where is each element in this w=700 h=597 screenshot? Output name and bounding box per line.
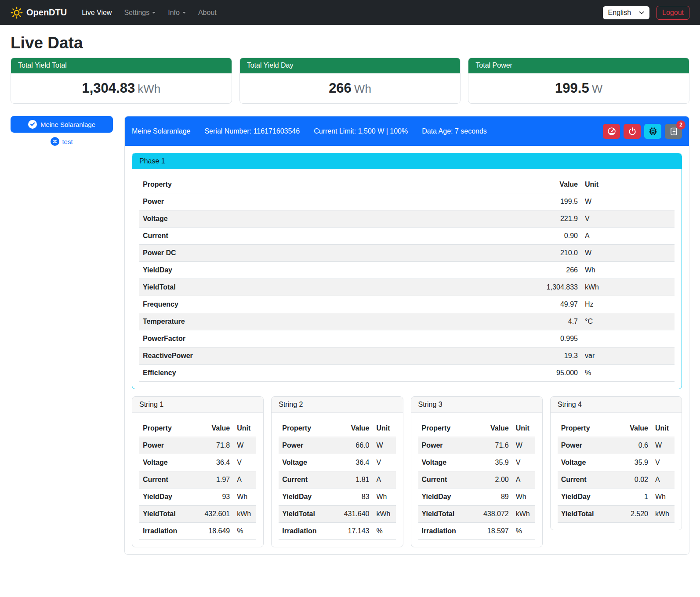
table-row: Power 71.6 W [418, 437, 535, 454]
table-row: Temperature 4.7 °C [139, 313, 675, 330]
inverter-sidebar: Meine Solaranlage test [11, 116, 113, 146]
page-title: Live Data [11, 34, 689, 52]
language-select[interactable]: English [603, 6, 649, 19]
value-cell: 1.97 [198, 471, 233, 488]
string-3-title: String 3 [411, 397, 542, 413]
value-cell: 66.0 [338, 437, 373, 454]
card-value-area: 1,304.83kWh [11, 73, 232, 103]
language-select-value: English [608, 9, 631, 17]
column-property: Property [279, 420, 337, 437]
property-cell: Current [139, 471, 198, 488]
unit-cell: A [233, 471, 256, 488]
property-cell: Temperature [139, 313, 529, 330]
property-cell: YieldDay [418, 488, 477, 506]
value-cell: 17.143 [338, 523, 373, 540]
value-cell: 1.81 [338, 471, 373, 488]
hidden-inverter-toggle[interactable]: test [11, 137, 113, 146]
table-row: YieldTotal 431.640 kWh [279, 506, 395, 523]
logout-button[interactable]: Logout [656, 6, 689, 20]
unit-cell: % [512, 523, 535, 540]
unit-cell: Wh [581, 262, 675, 279]
value-cell: 210.0 [529, 245, 581, 262]
unit-cell: A [512, 471, 535, 488]
column-property: Property [139, 176, 529, 193]
value-cell: 4.7 [529, 313, 581, 330]
unit-cell: kWh [233, 506, 256, 523]
unit-cell: kWh [512, 506, 535, 523]
nav-links: Live View Settings Info About [76, 5, 222, 20]
total-yield-day-unit: Wh [354, 82, 371, 95]
unit-cell: % [581, 365, 675, 382]
unit-cell: A [652, 471, 675, 488]
property-cell: Power [279, 437, 337, 454]
top-navbar: OpenDTU Live View Settings Info About En… [0, 0, 700, 25]
string-4-title: String 4 [551, 397, 682, 413]
string-1-table: Property Value Unit Power [139, 420, 256, 540]
value-cell: 1 [617, 488, 652, 506]
table-row: Power 0.6 W [558, 437, 675, 454]
property-cell: Efficiency [139, 365, 529, 382]
nav-live-view[interactable]: Live View [76, 5, 117, 20]
value-cell: 93 [198, 488, 233, 506]
total-power-value: 199.5 [555, 80, 589, 96]
hidden-inverter-label: test [62, 138, 73, 145]
limit-settings-button[interactable] [603, 124, 620, 139]
unit-cell: W [233, 437, 256, 454]
string-1-card: String 1 Property Value Unit [132, 396, 264, 547]
unit-cell: V [512, 454, 535, 471]
column-property: Property [139, 420, 198, 437]
total-power-unit: W [592, 82, 603, 95]
table-row: Irradiation 18.649 % [139, 523, 256, 540]
unit-cell: % [233, 523, 256, 540]
string-2-title: String 2 [272, 397, 403, 413]
property-cell: YieldTotal [558, 506, 617, 523]
value-cell: 2.00 [477, 471, 512, 488]
device-info-button[interactable] [644, 124, 661, 139]
brand-label: OpenDTU [26, 7, 67, 18]
table-header-row: Property Value Unit [139, 420, 256, 437]
unit-cell: W [581, 193, 675, 210]
property-cell: YieldTotal [139, 279, 529, 296]
inverter-toolbar: 2 [603, 124, 682, 139]
total-yield-total-card: Total Yield Total 1,304.83kWh [11, 58, 232, 104]
value-cell: 18.649 [198, 523, 233, 540]
inverter-select-button[interactable]: Meine Solaranlage [11, 116, 113, 133]
inverter-card: Meine Solaranlage Serial Number: 1161716… [124, 116, 689, 555]
brand[interactable]: OpenDTU [11, 7, 67, 19]
value-cell: 221.9 [529, 210, 581, 228]
nav-about[interactable]: About [193, 5, 222, 20]
nav-settings[interactable]: Settings [119, 5, 161, 20]
property-cell: Voltage [139, 454, 198, 471]
value-cell: 49.97 [529, 296, 581, 313]
power-toggle-button[interactable] [624, 124, 641, 139]
table-header-row: Property Value Unit [139, 176, 675, 193]
property-cell: YieldTotal [139, 506, 198, 523]
nav-info[interactable]: Info [163, 5, 191, 20]
value-cell: 432.601 [198, 506, 233, 523]
column-property: Property [418, 420, 477, 437]
unit-cell: kWh [373, 506, 396, 523]
value-cell: 199.5 [529, 193, 581, 210]
unit-cell: A [373, 471, 396, 488]
card-title: Total Power [468, 58, 689, 73]
unit-cell: Wh [373, 488, 396, 506]
column-property: Property [558, 420, 617, 437]
string-3-card: String 3 Property Value Unit [411, 396, 543, 547]
property-cell: YieldDay [558, 488, 617, 506]
inverter-serial: Serial Number: 116171603546 [204, 127, 300, 135]
sun-icon [11, 7, 23, 19]
inverter-name: Meine Solaranlage [132, 127, 190, 135]
table-row: Voltage 35.9 V [418, 454, 535, 471]
property-cell: Frequency [139, 296, 529, 313]
table-header-row: Property Value Unit [418, 420, 535, 437]
column-value: Value [529, 176, 581, 193]
value-cell: 35.9 [617, 454, 652, 471]
value-cell: 71.6 [477, 437, 512, 454]
property-cell: Current [558, 471, 617, 488]
event-log-button[interactable]: 2 [665, 124, 682, 139]
power-icon [628, 127, 637, 136]
unit-cell: V [652, 454, 675, 471]
value-cell: 0.995 [529, 330, 581, 347]
property-cell: YieldDay [139, 262, 529, 279]
column-value: Value [477, 420, 512, 437]
